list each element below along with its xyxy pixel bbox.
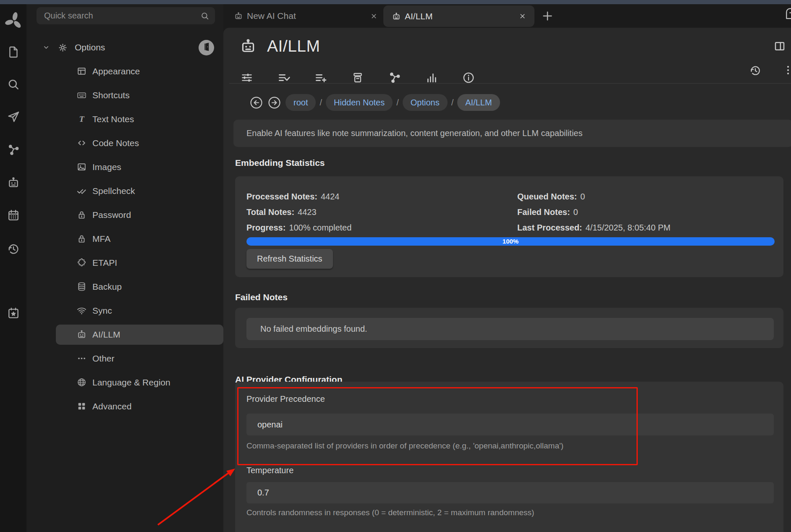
list-plus-icon[interactable] (314, 71, 327, 84)
door-icon (201, 42, 212, 54)
notebook-icon[interactable] (784, 7, 791, 21)
split-panes-icon[interactable] (773, 40, 786, 52)
grid-icon (76, 401, 87, 411)
info-icon[interactable] (462, 71, 475, 84)
temperature-help: Controls randomness in responses (0 = de… (246, 508, 534, 517)
sidebar-item-label: ETAPI (92, 258, 117, 268)
sidebar-item-backup[interactable]: Backup (26, 275, 223, 299)
breadcrumb-segment[interactable]: Options (403, 94, 448, 111)
sidebar-item-label: MFA (92, 234, 110, 244)
jump-to-icon[interactable] (7, 110, 20, 123)
search-icon[interactable] (7, 78, 20, 91)
textT-icon: T (76, 114, 87, 124)
relation-icon[interactable] (388, 71, 401, 84)
forward-button[interactable] (267, 96, 281, 110)
sidebar-item-options[interactable]: Options (26, 38, 223, 57)
today-icon[interactable] (7, 307, 20, 320)
unhoist-button[interactable] (199, 40, 214, 55)
sidebar-item-label: Sync (92, 306, 112, 316)
provider-precedence-help: Comma-separated list of providers in ord… (246, 441, 563, 451)
sidebar-item-label: Language & Region (92, 377, 170, 388)
sidebar-item-advanced[interactable]: Advanced (26, 394, 223, 418)
sidebar-item-mfa[interactable]: MFA (26, 227, 223, 251)
lock-icon (76, 210, 87, 220)
ai-description-text: Enable AI features like note summarizati… (246, 128, 582, 138)
last-processed-stat: Last Processed:4/15/2025, 8:05:40 PM (517, 222, 671, 233)
tab-ai-llm[interactable]: AI/LLM (383, 5, 534, 27)
calendar-icon[interactable] (7, 209, 20, 222)
puzzle-icon (76, 257, 87, 268)
new-tab-button[interactable] (541, 10, 554, 22)
sidebar-item-label: Shortcuts (92, 90, 130, 100)
sidebar-item-shortcuts[interactable]: Shortcuts (26, 83, 223, 107)
gear-icon (58, 42, 68, 53)
note-detail-panel: AI/LLM root/Hidden Notes/Options/AI/LLM … (223, 28, 791, 532)
search-input[interactable] (37, 7, 215, 24)
sidebar-item-images[interactable]: Images (26, 155, 223, 179)
sidebar-item-other[interactable]: Other (26, 346, 223, 370)
layout-icon (76, 66, 87, 76)
sidebar-item-spellcheck[interactable]: Spellcheck (26, 179, 223, 203)
failed-notes-card: No failed embeddings found. (235, 308, 783, 348)
barchart-icon[interactable] (425, 71, 438, 84)
note-tree-sidebar: Options AppearanceShortcutsTText NotesCo… (26, 4, 223, 532)
archive-icon[interactable] (351, 71, 364, 84)
refresh-statistics-button[interactable]: Refresh Statistics (246, 249, 333, 269)
sidebar-item-label: Other (92, 354, 115, 364)
temperature-input[interactable] (246, 482, 774, 503)
close-icon[interactable] (370, 13, 377, 20)
sidebar-item-label: Text Notes (92, 114, 134, 124)
temperature-label: Temperature (246, 466, 293, 475)
database-icon (76, 281, 87, 292)
kebab-menu-icon[interactable] (782, 64, 791, 76)
lock-icon (76, 233, 87, 244)
recent-changes-icon[interactable] (7, 242, 20, 256)
close-icon[interactable] (519, 13, 526, 20)
sidebar-item-appearance[interactable]: Appearance (26, 59, 223, 83)
breadcrumb: root/Hidden Notes/Options/AI/LLM (244, 93, 500, 112)
processed-notes-stat: Processed Notes:4424 (246, 191, 339, 202)
total-notes-stat: Total Notes:4423 (246, 206, 317, 218)
sidebar-item-sync[interactable]: Sync (26, 299, 223, 322)
tab-label: New AI Chat (247, 11, 296, 21)
provider-precedence-label: Provider Precedence (246, 394, 325, 404)
back-button[interactable] (249, 96, 263, 110)
ai-provider-configuration-card: Provider Precedence Comma-separated list… (235, 382, 783, 532)
dblcheck-icon (76, 186, 87, 196)
robot-icon (234, 11, 243, 21)
chevron-down-icon[interactable] (42, 43, 50, 52)
sidebar-item-password[interactable]: Password (26, 203, 223, 227)
keyboard-icon (76, 90, 87, 100)
breadcrumb-segment[interactable]: Hidden Notes (326, 94, 393, 111)
list-check-icon[interactable] (277, 71, 291, 84)
globe-icon (76, 377, 87, 388)
sidebar-item-ai-llm[interactable]: AI/LLM (26, 322, 223, 346)
code-icon (76, 138, 87, 148)
sliders-icon[interactable] (240, 71, 254, 84)
ai-chat-icon[interactable] (7, 176, 20, 189)
plus-icon (541, 16, 554, 24)
tab-bar: New AI Chat AI/LLM (223, 4, 791, 28)
sidebar-item-code-notes[interactable]: Code Notes (26, 131, 223, 155)
tab-new-ai-chat[interactable]: New AI Chat (234, 4, 385, 28)
note-revisions-icon[interactable] (749, 64, 762, 77)
robot-icon (392, 12, 401, 21)
new-note-icon[interactable] (7, 45, 20, 59)
trilium-logo-icon (4, 11, 24, 31)
ai-description-strip: Enable AI features like note summarizati… (233, 120, 791, 147)
breadcrumb-segment[interactable]: AI/LLM (457, 94, 500, 111)
provider-precedence-input[interactable] (246, 414, 774, 435)
robot-icon (239, 37, 257, 55)
failed-notes-heading: Failed Notes (235, 292, 288, 302)
tree-items: AppearanceShortcutsTText NotesCode Notes… (26, 59, 223, 418)
breadcrumb-segment[interactable]: root (285, 94, 316, 111)
sidebar-item-text-notes[interactable]: TText Notes (26, 107, 223, 131)
note-title-row: AI/LLM (239, 37, 320, 55)
relation-map-icon[interactable] (7, 143, 20, 157)
queued-notes-stat: Queued Notes:0 (517, 191, 585, 202)
sidebar-item-label: Images (92, 162, 121, 172)
sidebar-item-label: Advanced (92, 401, 131, 411)
sidebar-item-etapi[interactable]: ETAPI (26, 251, 223, 275)
sidebar-item-language-region[interactable]: Language & Region (26, 370, 223, 394)
robot-icon (76, 329, 87, 340)
